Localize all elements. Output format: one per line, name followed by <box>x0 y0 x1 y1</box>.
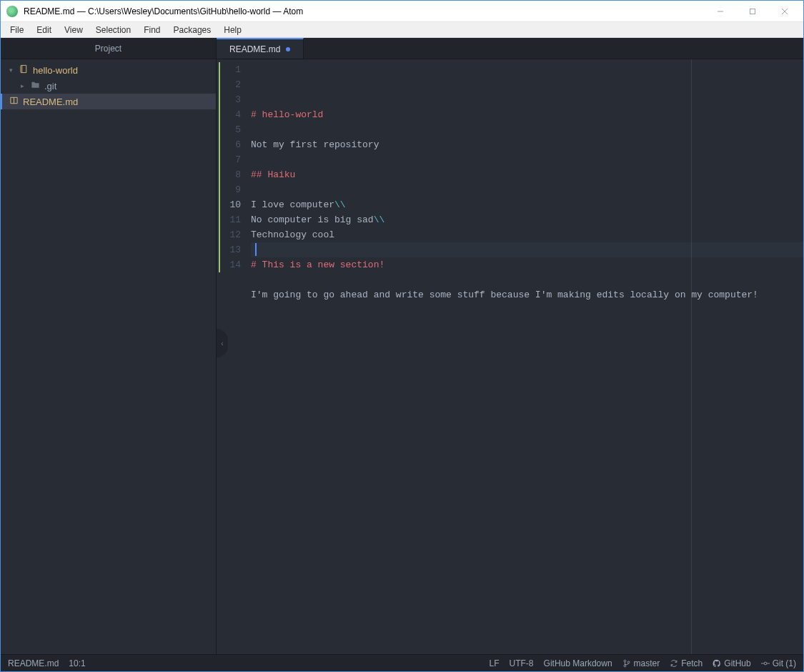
code-line: I'm going to go ahead and write some stu… <box>251 287 803 302</box>
sync-icon <box>670 659 678 668</box>
status-grammar[interactable]: GitHub Markdown <box>544 658 612 668</box>
line-number: 11 <box>217 212 241 227</box>
atom-icon <box>6 6 18 17</box>
svg-point-4 <box>624 660 626 662</box>
menu-help[interactable]: Help <box>217 24 248 36</box>
svg-rect-1 <box>750 9 755 14</box>
code-line <box>251 122 803 137</box>
line-number: 2 <box>217 77 241 92</box>
line-number: 12 <box>217 227 241 242</box>
status-github[interactable]: GitHub <box>713 658 750 668</box>
project-tree: ▾ hello-world ▸ .git README.md <box>1 59 216 112</box>
line-number: 1 <box>217 62 241 77</box>
menu-find[interactable]: Find <box>137 24 167 36</box>
branch-icon <box>622 659 631 668</box>
status-eol[interactable]: LF <box>490 658 500 668</box>
code-line <box>251 302 803 317</box>
menubar: FileEditViewSelectionFindPackagesHelp <box>1 22 803 38</box>
chevron-down-icon: ▾ <box>9 66 16 74</box>
code-line: Technology cool <box>251 227 803 242</box>
svg-point-6 <box>627 661 630 663</box>
window-controls <box>704 1 800 21</box>
line-number: 13 <box>217 242 241 257</box>
status-encoding[interactable]: UTF-8 <box>510 658 534 668</box>
menu-edit[interactable]: Edit <box>30 24 58 36</box>
project-panel: Project ▾ hello-world ▸ .git READ <box>1 38 217 654</box>
line-number: 10 <box>217 197 241 212</box>
line-number: 6 <box>217 137 241 152</box>
folder-icon <box>31 80 40 92</box>
line-number: 9 <box>217 182 241 197</box>
line-number: 5 <box>217 122 241 137</box>
book-icon <box>9 96 19 107</box>
line-number: 8 <box>217 167 241 182</box>
modified-indicator-icon <box>286 47 290 51</box>
project-panel-title: Project <box>1 38 216 59</box>
status-cursor[interactable]: 10:1 <box>69 658 85 668</box>
code-line: # hello-world <box>251 107 803 122</box>
code-line <box>251 182 803 197</box>
tab-readme[interactable]: README.md <box>217 38 304 59</box>
line-number: 4 <box>217 107 241 122</box>
svg-point-7 <box>764 662 767 665</box>
tab-bar: README.md <box>217 38 803 59</box>
line-number: 3 <box>217 92 241 107</box>
project-root-label: hello-world <box>33 65 78 76</box>
tab-label: README.md <box>229 44 280 54</box>
repo-icon <box>19 64 29 76</box>
window-title: README.md — C:\Users\Wesley\Documents\Gi… <box>24 6 704 16</box>
status-git[interactable]: Git (1) <box>761 658 796 668</box>
menu-packages[interactable]: Packages <box>167 24 218 36</box>
cursor-caret <box>255 243 257 256</box>
maximize-button[interactable] <box>736 1 768 21</box>
code-line <box>251 152 803 167</box>
minimize-button[interactable] <box>704 1 736 21</box>
code-line: Not my first repository <box>251 137 803 152</box>
status-file[interactable]: README.md <box>8 658 59 668</box>
tree-item-label: .git <box>44 81 56 92</box>
menu-view[interactable]: View <box>58 24 89 36</box>
code-line <box>251 242 803 257</box>
menu-selection[interactable]: Selection <box>89 24 137 36</box>
code-line <box>251 272 803 287</box>
line-number: 14 <box>217 257 241 272</box>
code-line: # This is a new section! <box>251 257 803 272</box>
tree-item-label: README.md <box>23 97 78 107</box>
status-fetch[interactable]: Fetch <box>670 658 703 668</box>
wrap-guide <box>691 59 692 654</box>
editor-panel: README.md 1234567891011121314 # hello-wo… <box>217 38 803 654</box>
statusbar: README.md 10:1 LF UTF-8 GitHub Markdown … <box>1 654 803 671</box>
close-button[interactable] <box>768 1 800 21</box>
git-added-indicator <box>219 62 220 272</box>
text-editor[interactable]: 1234567891011121314 # hello-worldNot my … <box>217 59 803 654</box>
line-number: 7 <box>217 152 241 167</box>
code-line: I love computer\\ <box>251 197 803 212</box>
svg-point-5 <box>624 665 626 667</box>
menu-file[interactable]: File <box>4 24 30 36</box>
git-commit-icon <box>761 659 770 668</box>
project-root[interactable]: ▾ hello-world <box>1 62 216 78</box>
code-line: No computer is big sad\\ <box>251 212 803 227</box>
tree-folder-git[interactable]: ▸ .git <box>1 78 216 94</box>
status-branch[interactable]: master <box>622 658 660 668</box>
code-line: ## Haiku <box>251 167 803 182</box>
code-area[interactable]: # hello-worldNot my first repository## H… <box>247 59 803 654</box>
titlebar: README.md — C:\Users\Wesley\Documents\Gi… <box>1 1 803 22</box>
github-icon <box>713 659 721 668</box>
workspace: Project ▾ hello-world ▸ .git READ <box>1 38 803 654</box>
tree-file-readme[interactable]: README.md <box>1 94 216 109</box>
gutter: 1234567891011121314 <box>217 59 247 654</box>
chevron-right-icon: ▸ <box>21 82 28 89</box>
